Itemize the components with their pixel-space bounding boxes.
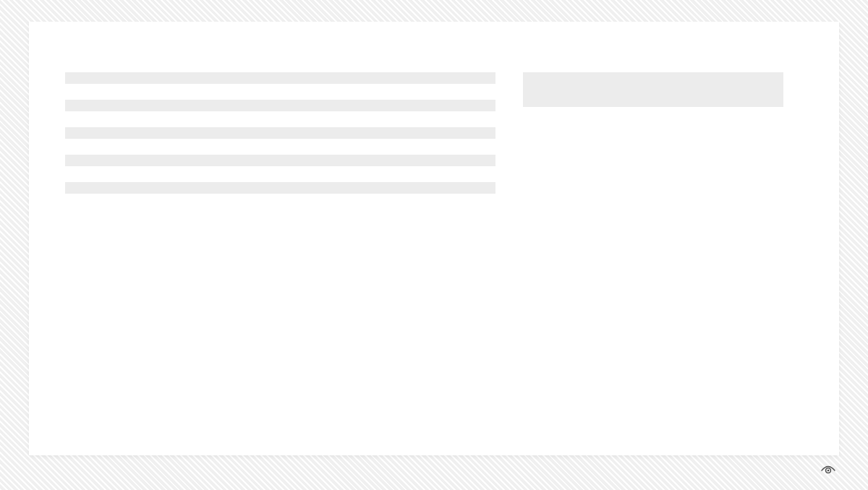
- right-column: [523, 64, 783, 107]
- svg-point-1: [827, 470, 830, 472]
- field-block-box: [523, 72, 783, 107]
- category-list: [65, 72, 495, 207]
- footer: [805, 464, 835, 476]
- category-row: [65, 86, 495, 98]
- techtarget-logo: [818, 464, 835, 476]
- category-row: [65, 196, 495, 207]
- category-row: [65, 127, 495, 139]
- category-row: [65, 141, 495, 152]
- category-row: [65, 182, 495, 194]
- info-card: [29, 22, 839, 455]
- category-row: [65, 113, 495, 125]
- left-column: [65, 64, 495, 210]
- eye-icon: [821, 464, 835, 474]
- columns: [65, 64, 803, 210]
- category-row: [65, 168, 495, 180]
- category-row: [65, 72, 495, 84]
- category-row: [65, 155, 495, 166]
- category-row: [65, 100, 495, 111]
